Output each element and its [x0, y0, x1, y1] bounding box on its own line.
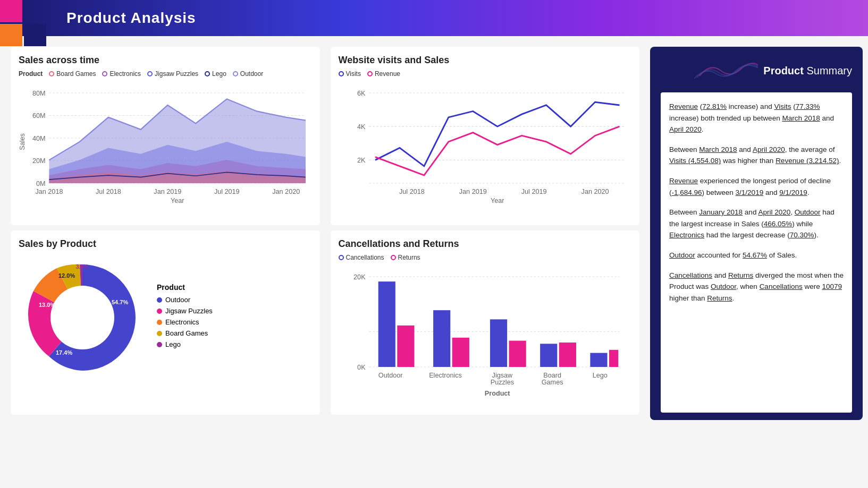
svg-rect-53: [609, 350, 618, 367]
legend-revenue: Revenue: [367, 70, 400, 78]
legend-lego-item: Lego: [157, 340, 213, 348]
electronics-dot: [157, 320, 162, 325]
svg-rect-48: [490, 319, 507, 367]
legend-boardgames-item: Board Games: [157, 329, 213, 337]
sales-by-product-chart: Sales by Product: [11, 230, 320, 415]
visits-label: Visits: [346, 70, 361, 78]
sidebar-title: Product Summary: [763, 65, 852, 77]
svg-rect-50: [540, 344, 557, 367]
website-legend: Visits Revenue: [339, 70, 632, 78]
legend-electronics-item: Electronics: [157, 318, 213, 326]
svg-text:Year: Year: [171, 197, 184, 204]
legend-product-label: Product: [19, 70, 43, 78]
svg-text:2K: 2K: [357, 157, 366, 164]
legend-lego: Lego: [205, 70, 226, 78]
svg-text:Outdoor: Outdoor: [378, 371, 402, 379]
svg-text:80M: 80M: [32, 90, 46, 97]
legend-electronics: Electronics: [102, 70, 141, 78]
svg-text:0M: 0M: [36, 180, 46, 187]
svg-text:Jan 2019: Jan 2019: [154, 188, 181, 195]
sales-product-title: Sales by Product: [19, 238, 312, 250]
summary-para-4: Between January 2018 and April 2020, Out…: [669, 207, 844, 241]
svg-text:Jan 2020: Jan 2020: [581, 188, 609, 195]
returns-label: Returns: [398, 254, 420, 261]
svg-point-33: [50, 286, 114, 349]
svg-rect-52: [590, 353, 607, 366]
svg-rect-45: [397, 326, 414, 367]
summary-para-5: Outdoor accounted for 54.67% of Sales.: [669, 250, 844, 261]
svg-text:20K: 20K: [353, 273, 366, 280]
svg-text:Sales: Sales: [19, 133, 26, 150]
legend-outdoor: Outdoor: [233, 70, 263, 78]
lego-dot: [157, 342, 162, 347]
svg-text:0K: 0K: [357, 363, 366, 371]
sales-time-legend: Product Board Games Electronics Jigsaw P…: [19, 70, 312, 78]
svg-text:Jul 2019: Jul 2019: [521, 188, 546, 195]
cancellations-icon: [339, 255, 344, 260]
svg-rect-51: [559, 343, 576, 367]
svg-text:Jan 2018: Jan 2018: [35, 188, 63, 195]
svg-text:Jul 2018: Jul 2018: [96, 188, 121, 195]
outdoor-icon: [233, 71, 238, 76]
main-content: Sales across time Product Board Games El…: [0, 36, 868, 431]
svg-text:20M: 20M: [32, 157, 46, 165]
cancellations-chart: Cancellations and Returns Cancellations …: [331, 230, 640, 415]
sidebar-title-rest: Summary: [806, 65, 852, 76]
svg-text:Year: Year: [490, 197, 504, 204]
summary-para-2: Between March 2018 and April 2020, the a…: [669, 144, 844, 167]
cancellations-label: Cancellations: [346, 254, 384, 261]
outdoor-dot: [157, 297, 162, 303]
sidebar-waves-icon: [694, 57, 758, 84]
cancellations-svg: 20K 0K: [339, 264, 632, 405]
header: Product Analysis: [0, 0, 868, 36]
svg-rect-46: [433, 310, 450, 367]
page-title: Product Analysis: [66, 10, 196, 26]
sidebar-title-bold: Product: [763, 65, 804, 76]
svg-rect-44: [378, 281, 395, 367]
svg-text:Jul 2019: Jul 2019: [214, 188, 240, 195]
svg-text:6K: 6K: [357, 90, 366, 97]
svg-text:17.4%: 17.4%: [56, 349, 72, 356]
svg-text:Games: Games: [541, 379, 563, 386]
legend-visits: Visits: [339, 70, 361, 78]
electronics-name: Electronics: [165, 318, 199, 326]
outdoor-label: Outdoor: [240, 70, 263, 78]
pie-legend-title: Product: [157, 283, 213, 292]
boardgames-name: Board Games: [165, 329, 208, 337]
pie-section: 54.7% 17.4% 13.0% 12.0% 3.0% Product Out…: [19, 254, 312, 381]
logo-block-pink: [0, 0, 22, 22]
svg-text:Jul 2018: Jul 2018: [399, 188, 425, 195]
donut-chart: 54.7% 17.4% 13.0% 12.0% 3.0%: [19, 254, 146, 381]
chart-row-1: Sales across time Product Board Games El…: [11, 47, 639, 225]
jigsaw-label: Jigsaw Puzzles: [155, 70, 198, 78]
summary-para-6: Cancellations and Returns diverged the m…: [669, 270, 844, 304]
electronics-icon: [102, 71, 107, 76]
legend-returns: Returns: [391, 254, 420, 261]
svg-text:Jan 2020: Jan 2020: [272, 188, 300, 195]
charts-area: Sales across time Product Board Games El…: [0, 41, 650, 425]
sales-time-title: Sales across time: [19, 55, 312, 66]
svg-text:13.0%: 13.0%: [39, 302, 55, 308]
legend-jigsaw: Jigsaw Puzzles: [147, 70, 198, 78]
legend-jigsaw-item: Jigsaw Puzzles: [157, 307, 213, 315]
svg-text:Electronics: Electronics: [429, 371, 462, 379]
svg-rect-47: [452, 338, 469, 367]
cancellations-legend: Cancellations Returns: [339, 254, 632, 261]
svg-text:54.7%: 54.7%: [112, 299, 128, 305]
website-svg: 6K 4K 2K Jul 2018 Jan 2019 Jul 2019 Jan …: [339, 81, 632, 215]
website-visits-title: Website visits and Sales: [339, 55, 632, 66]
boardgames-label: Board Games: [56, 70, 96, 78]
svg-text:Puzzles: Puzzles: [490, 379, 513, 386]
summary-para-1: Revenue (72.81% increase) and Visits (77…: [669, 101, 844, 135]
cancellations-title: Cancellations and Returns: [339, 238, 632, 250]
svg-text:4K: 4K: [357, 123, 366, 131]
revenue-icon: [367, 71, 373, 76]
lego-name: Lego: [165, 340, 181, 348]
revenue-label: Revenue: [375, 70, 400, 78]
website-visits-chart: Website visits and Sales Visits Revenue: [331, 47, 640, 225]
legend-outdoor-item: Outdoor: [157, 296, 213, 304]
logo-block-orange: [0, 24, 22, 46]
jigsaw-name: Jigsaw Puzzles: [165, 307, 213, 315]
sidebar-header: Product Summary: [661, 57, 852, 84]
sidebar-content[interactable]: Revenue (72.81% increase) and Visits (77…: [661, 92, 852, 413]
